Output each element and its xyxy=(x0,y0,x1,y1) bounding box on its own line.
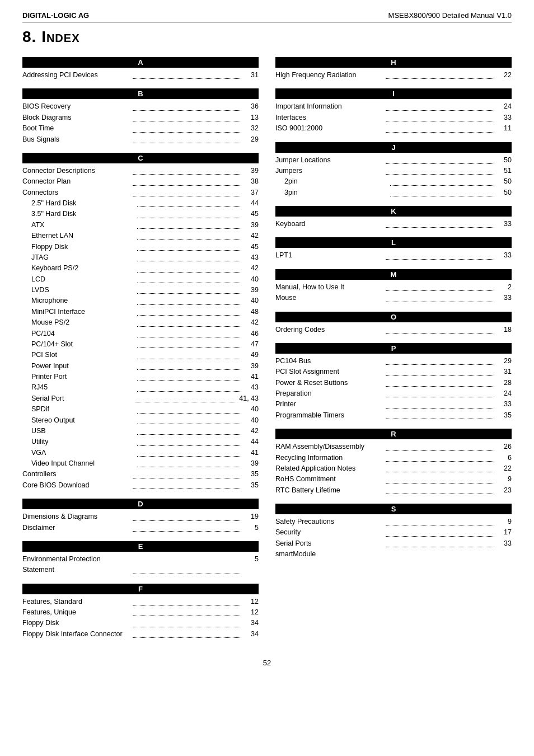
index-section-r: RRAM Assembly/Disassembly26Recycling Inf… xyxy=(275,429,512,496)
entry-page: 9 xyxy=(496,474,512,485)
entry-name: Stereo Output xyxy=(31,415,135,426)
page-number: 52 xyxy=(263,659,271,667)
entry-page: 39 xyxy=(243,220,259,231)
index-entry: Bus Signals29 xyxy=(22,134,259,145)
section-header-i: I xyxy=(275,88,512,99)
index-entry: RoHS Commitment9 xyxy=(275,474,512,485)
index-entry: PC104 Bus29 xyxy=(275,356,512,367)
index-entry: Boot Time32 xyxy=(22,123,259,134)
entry-dots xyxy=(137,372,241,381)
entry-name: PC104 Bus xyxy=(275,356,384,367)
index-section-k: KKeyboard33 xyxy=(275,206,512,229)
section-header-k: K xyxy=(275,206,512,217)
entry-name: Features, Standard xyxy=(22,597,131,607)
index-entry: 2.5" Hard Disk44 xyxy=(22,198,259,209)
entry-name: Dimensions & Diagrams xyxy=(22,511,131,522)
index-entry: Features, Standard12 xyxy=(22,597,259,607)
index-entry: Printer Port41 xyxy=(22,372,259,382)
entry-dots xyxy=(133,480,241,489)
entry-dots xyxy=(386,538,494,547)
index-entry: Stereo Output40 xyxy=(22,415,259,426)
entry-page: 29 xyxy=(243,134,259,145)
index-entry: RJ4543 xyxy=(22,382,259,393)
entry-name: Utility xyxy=(31,436,135,447)
entry-name: ATX xyxy=(31,220,135,231)
index-entry: Controllers35 xyxy=(22,469,259,480)
entry-name: LPT1 xyxy=(275,250,384,261)
entry-page: 37 xyxy=(243,187,259,198)
entry-dots xyxy=(386,485,494,494)
index-entry: PC/104+ Slot47 xyxy=(22,339,259,350)
entry-page: 33 xyxy=(496,219,512,229)
index-entry: 3.5" Hard Disk45 xyxy=(22,209,259,219)
entry-name: Disclaimer xyxy=(22,523,131,533)
index-entry: Programmable Timers35 xyxy=(275,410,512,421)
entry-name: Interfaces xyxy=(275,112,384,123)
entry-dots xyxy=(386,112,494,121)
entry-dots xyxy=(386,293,494,302)
entry-dots xyxy=(386,123,494,132)
entry-page: 33 xyxy=(496,293,512,303)
index-section-l: LLPT133 xyxy=(275,237,512,261)
index-entry: MiniPCI Interface48 xyxy=(22,307,259,317)
entry-page: 44 xyxy=(243,198,259,209)
entry-name: Mouse xyxy=(275,293,384,303)
section-header-l: L xyxy=(275,237,512,248)
entry-name: Ethernet LAN xyxy=(31,231,135,241)
index-entry: Microphone40 xyxy=(22,295,259,306)
entry-name: Safety Precautions xyxy=(275,516,384,527)
entry-page: 12 xyxy=(243,607,259,618)
entry-name: MiniPCI Interface xyxy=(31,307,135,317)
entry-name: Jumper Locations xyxy=(275,155,384,166)
entry-name: Manual, How to Use It xyxy=(275,282,384,293)
entry-name: PCI Slot xyxy=(31,350,135,360)
entry-page: 24 xyxy=(496,101,512,112)
index-section-c: CConnector Descriptions39Connector Plan3… xyxy=(22,153,259,491)
index-entry: JTAG43 xyxy=(22,252,259,263)
entry-name: Keyboard xyxy=(275,219,384,229)
index-entry: Floppy Disk34 xyxy=(22,618,259,628)
index-entry: Security17 xyxy=(275,527,512,538)
index-entry: Features, Unique12 xyxy=(22,607,259,618)
section-header-a: A xyxy=(22,57,259,68)
entry-name: Jumpers xyxy=(275,166,384,176)
index-section-j: JJumper Locations50Jumpers512pin503pin50 xyxy=(275,142,512,199)
entry-dots xyxy=(133,123,241,132)
index-entry: Connectors37 xyxy=(22,187,259,198)
entry-name: VGA xyxy=(31,448,135,458)
entry-dots xyxy=(386,527,494,536)
section-header-j: J xyxy=(275,142,512,153)
index-entry: Block Diagrams13 xyxy=(22,112,259,123)
entry-page: 41 xyxy=(243,372,259,382)
entry-dots xyxy=(386,325,494,334)
entry-page: 50 xyxy=(496,187,512,198)
entry-name: ISO 9001:2000 xyxy=(275,123,384,134)
entry-page: 38 xyxy=(243,176,259,187)
entry-page: 33 xyxy=(496,399,512,410)
entry-dots xyxy=(137,307,241,316)
entry-name: Floppy Disk Interface Connector xyxy=(22,629,131,640)
index-entry: 3pin50 xyxy=(275,187,512,198)
entry-dots xyxy=(386,453,494,462)
entry-dots xyxy=(133,618,241,627)
index-entry: Floppy Disk Interface Connector34 xyxy=(22,629,259,640)
company-name: DIGITAL-LOGIC AG xyxy=(22,11,89,20)
entry-page: 50 xyxy=(496,155,512,166)
entry-name: Features, Unique xyxy=(22,607,131,618)
entry-name: Controllers xyxy=(22,469,131,480)
index-entry: SPDif40 xyxy=(22,404,259,415)
entry-dots xyxy=(133,166,241,175)
entry-name: Preparation xyxy=(275,388,384,399)
entry-name: Keyboard PS/2 xyxy=(31,263,135,274)
entry-dots xyxy=(386,516,494,525)
entry-dots xyxy=(386,463,494,472)
index-entry: BIOS Recovery36 xyxy=(22,101,259,112)
entry-name: Recycling Information xyxy=(275,453,384,463)
entry-dots xyxy=(133,629,241,638)
index-entry: ATX39 xyxy=(22,220,259,231)
entry-page: 5 xyxy=(243,554,259,576)
page-title: 8. Index xyxy=(22,28,512,46)
entry-name: Connector Plan xyxy=(22,176,131,187)
entry-dots xyxy=(137,263,241,272)
entry-dots xyxy=(135,393,238,402)
